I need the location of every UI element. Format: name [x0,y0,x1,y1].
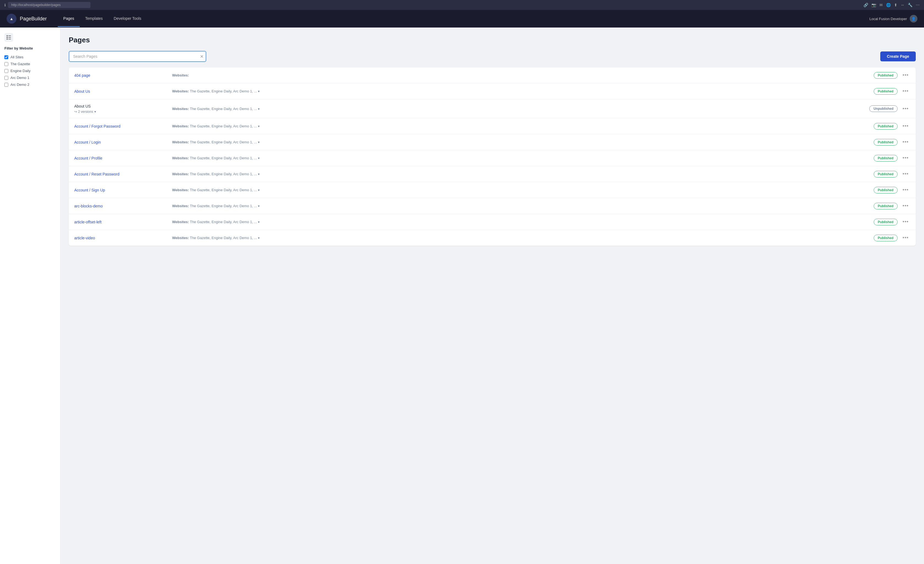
page-status-col: Published ••• [874,72,910,79]
filter-item-engine-daily[interactable]: Engine Daily [4,68,56,74]
nav-items: Pages Templates Developer Tools [58,11,869,27]
browser-toolbar: 🔗 📷 ✉ 🌐 ⬆ ↔ 🔧 ⋯ [864,3,920,7]
nav-item-developer-tools[interactable]: Developer Tools [108,11,147,27]
table-row: arc-blocks-demo Websites: The Gazette, E… [69,198,916,214]
more-menu-button[interactable]: ••• [901,123,910,129]
top-navigation: ▲ PageBuilder Pages Templates Developer … [0,10,924,27]
page-name-link[interactable]: About Us [74,89,90,93]
expand-websites-icon[interactable]: ▾ [258,172,260,176]
filter-item-arc-demo-2[interactable]: Arc Demo 2 [4,81,56,88]
search-input[interactable] [69,51,206,62]
more-menu-button[interactable]: ••• [901,105,910,112]
search-wrapper: ✕ [69,51,206,62]
expand-websites-icon[interactable]: ▾ [258,188,260,192]
page-websites-col: Websites: The Gazette, Engine Daily, Arc… [172,236,869,240]
page-name-col: Account / Forgot Password [74,124,168,129]
expand-websites-icon[interactable]: ▾ [258,124,260,128]
expand-websites-icon[interactable]: ▾ [258,236,260,240]
page-websites-col: Websites: [172,73,869,77]
status-badge: Published [874,171,898,177]
more-menu-button[interactable]: ••• [901,235,910,241]
page-status-col: Published ••• [874,155,910,161]
filter-checkbox-engine-daily[interactable] [4,69,8,73]
page-websites-col: Websites: The Gazette, Engine Daily, Arc… [172,107,865,111]
create-page-button[interactable]: Create Page [880,51,916,61]
page-name-col: About US ↪ 2 versions ▾ [74,104,168,114]
expand-websites-icon[interactable]: ▾ [258,220,260,224]
page-status-col: Published ••• [874,123,910,129]
page-name-link[interactable]: Account / Sign Up [74,188,105,192]
page-name-col: Account / Login [74,140,168,145]
page-versions[interactable]: ↪ 2 versions ▾ [74,110,168,114]
user-area[interactable]: Local Fusion Developer 👤 [869,15,917,23]
versions-text: 2 versions [78,110,93,114]
page-status-col: Published ••• [874,218,910,225]
table-row: Account / Sign Up Websites: The Gazette,… [69,182,916,198]
table-row: About Us Websites: The Gazette, Engine D… [69,83,916,99]
filter-checkbox-arc-demo-1[interactable] [4,76,8,80]
page-websites-col: Websites: The Gazette, Engine Daily, Arc… [172,156,869,160]
filter-checkbox-all-sites[interactable] [4,55,8,59]
status-badge: Published [874,187,898,193]
versions-chevron-icon: ▾ [94,110,96,114]
filter-item-label: Arc Demo 2 [10,83,29,87]
more-menu-button[interactable]: ••• [901,72,910,79]
status-badge: Published [874,88,898,95]
url-bar[interactable]: http://localhost/pagebuilder/pages [8,2,90,8]
status-badge: Published [874,72,898,79]
page-status-col: Unpublished ••• [869,105,910,112]
upload-icon: ⬆ [894,3,897,7]
page-name-link[interactable]: Account / Login [74,140,101,144]
user-avatar: 👤 [910,15,917,23]
filter-label: Filter by Website [4,46,56,50]
filter-checkbox-gazette[interactable] [4,62,8,66]
svg-rect-1 [8,36,11,36]
expand-websites-icon[interactable]: ▾ [258,204,260,208]
filter-item-label: Arc Demo 1 [10,76,29,80]
table-row: Account / Forgot Password Websites: The … [69,118,916,134]
page-name-link[interactable]: Account / Profile [74,156,102,160]
more-menu-button[interactable]: ••• [901,139,910,146]
more-menu-button[interactable]: ••• [901,218,910,225]
table-row: article-offset-left Websites: The Gazett… [69,214,916,230]
page-name-link[interactable]: article-offset-left [74,220,102,224]
info-icon: ℹ [4,3,6,7]
status-badge: Published [874,235,898,241]
filter-item-the-gazette[interactable]: The Gazette [4,60,56,68]
page-name-link[interactable]: Account / Reset Password [74,172,119,176]
versions-icon: ↪ [74,110,77,114]
more-menu-button[interactable]: ••• [901,88,910,95]
more-menu-button[interactable]: ••• [901,186,910,193]
search-clear-icon[interactable]: ✕ [200,54,204,59]
status-badge: Unpublished [869,105,898,112]
expand-websites-icon[interactable]: ▾ [258,107,260,111]
page-status-col: Published ••• [874,235,910,241]
more-menu-button[interactable]: ••• [901,203,910,209]
page-name-link[interactable]: article-video [74,236,95,240]
table-row: Account / Reset Password Websites: The G… [69,166,916,182]
filter-item-arc-demo-1[interactable]: Arc Demo 1 [4,74,56,81]
filter-item-all-sites[interactable]: All Sites [4,54,56,60]
camera-icon: 📷 [872,3,876,7]
user-name: Local Fusion Developer [869,17,907,21]
nav-item-templates[interactable]: Templates [80,11,108,27]
nav-item-pages[interactable]: Pages [58,11,80,27]
page-status-col: Published ••• [874,139,910,146]
page-name-col: article-offset-left [74,220,168,224]
toolbar: ✕ Create Page [69,51,916,62]
page-name-link[interactable]: Account / Forgot Password [74,124,120,128]
page-name-link[interactable]: 404 page [74,73,90,78]
more-menu-button[interactable]: ••• [901,155,910,161]
expand-websites-icon[interactable]: ▾ [258,140,260,144]
page-name-col: About Us [74,89,168,94]
status-badge: Published [874,123,898,129]
more-menu-button[interactable]: ••• [901,171,910,177]
page-name-link[interactable]: arc-blocks-demo [74,204,103,208]
page-name-col: arc-blocks-demo [74,204,168,209]
page-websites-col: Websites: The Gazette, Engine Daily, Arc… [172,124,869,128]
expand-websites-icon[interactable]: ▾ [258,89,260,93]
page-name-col: Account / Profile [74,156,168,161]
browser-bar: ℹ http://localhost/pagebuilder/pages 🔗 📷… [0,0,924,10]
expand-websites-icon[interactable]: ▾ [258,156,260,160]
filter-checkbox-arc-demo-2[interactable] [4,83,8,87]
